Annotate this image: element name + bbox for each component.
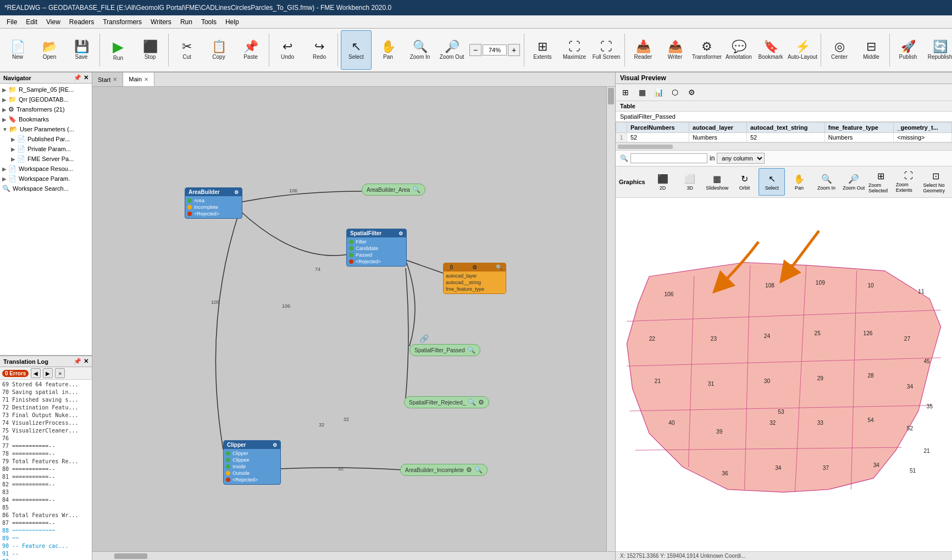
- redo-button[interactable]: ↪ Redo: [304, 30, 335, 70]
- vp-search-input[interactable]: [630, 153, 707, 163]
- republish-button[interactable]: 🔄 Republish: [925, 30, 952, 70]
- log-close[interactable]: ✕: [84, 358, 88, 365]
- zoom-minus[interactable]: −: [469, 44, 481, 56]
- copy-button[interactable]: 📋 Copy: [203, 30, 234, 70]
- center-button[interactable]: ◎ Center: [824, 30, 855, 70]
- menu-writers[interactable]: Writers: [146, 17, 176, 27]
- zoom-plus[interactable]: +: [508, 44, 520, 56]
- pan-button[interactable]: ✋ Pan: [373, 30, 403, 70]
- menu-readers[interactable]: Readers: [65, 17, 98, 27]
- nav-item-fme-server[interactable]: ▶ 📄 FME Server Pa...: [0, 154, 92, 164]
- log-next-btn[interactable]: ▶: [43, 368, 53, 378]
- vp-feature-mode[interactable]: ▦: [634, 85, 650, 99]
- save-button[interactable]: 💾 Save: [66, 30, 97, 70]
- log-prev-btn[interactable]: ◀: [31, 368, 41, 378]
- nav-item-ws-resource[interactable]: ▶ 📄 Workspace Resou...: [0, 164, 92, 174]
- nav-item-bookmarks[interactable]: ▶ 🔖 Bookmarks: [0, 114, 92, 124]
- nav-item-transformers[interactable]: ▶ ⚙ Transformers (21): [0, 104, 92, 114]
- feature-spatialfilter-passed[interactable]: SpatialFilter_Passed 🔍: [409, 344, 480, 356]
- select-button[interactable]: ↖ Select: [341, 30, 372, 70]
- gfx-2d-button[interactable]: ⬛ 2D: [650, 168, 676, 196]
- feature-areabuilder-incomplete[interactable]: AreaBuilder_Incomplete ⚙ 🔍: [400, 464, 488, 476]
- writer-button[interactable]: 📤 Writer: [660, 30, 690, 70]
- gfx-zoomout-button[interactable]: 🔎 Zoom Out: [840, 168, 867, 196]
- spatialfilter-node[interactable]: SpatialFilter ⚙ Filter Candidate Passed: [346, 229, 407, 267]
- feature-areabuilder-area[interactable]: AreaBuilder_Area 🔍: [362, 184, 425, 196]
- fullscreen-button[interactable]: ⛶ Full Screen: [591, 30, 622, 70]
- menu-view[interactable]: View: [42, 17, 65, 27]
- menu-tools[interactable]: Tools: [197, 17, 221, 27]
- extents-button[interactable]: ⊞ Extents: [527, 30, 558, 70]
- nav-item-ws-search[interactable]: 🔍 Workspace Search...: [0, 184, 92, 193]
- vp-options[interactable]: ⚙: [684, 85, 699, 99]
- autolayout-button[interactable]: ⚡ Auto-Layout: [787, 30, 818, 70]
- areabuilder-node[interactable]: AreaBuilder ⚙ Area Incomplete <Rejected>: [185, 187, 242, 219]
- spatialfilter-settings-icon[interactable]: ⚙: [398, 231, 403, 236]
- scrollbar-thumb-h[interactable]: [114, 553, 147, 559]
- open-button[interactable]: 📂 Open: [34, 30, 65, 70]
- transformer-button[interactable]: ⚙ Transformer: [691, 30, 722, 70]
- gfx-zoomin-button[interactable]: 🔍 Zoom In: [813, 168, 840, 196]
- gfx-3d-button[interactable]: ⬜ 3D: [677, 168, 703, 196]
- nav-item-user-params[interactable]: ▼ 📂 User Parameters (...: [0, 124, 92, 134]
- vp-geometry-mode[interactable]: ⬡: [667, 85, 683, 99]
- zoomout-button[interactable]: 🔎 Zoom Out: [436, 30, 467, 70]
- nav-item-r-sample[interactable]: ▶ 📁 R_Sample_05 [RE...: [0, 85, 92, 95]
- gfx-zoomextents-button[interactable]: ⛶ Zoom Extents: [895, 168, 922, 196]
- menu-run[interactable]: Run: [176, 17, 197, 27]
- tab-main-close[interactable]: ✕: [144, 76, 148, 82]
- run-button[interactable]: ▶ Run: [103, 30, 134, 70]
- publish-button[interactable]: 🚀 Publish: [893, 30, 923, 70]
- clipper-node[interactable]: Clipper ⚙ Clipper Clippee Inside: [223, 440, 281, 485]
- tab-main[interactable]: Main ✕: [123, 73, 154, 86]
- feature-settings-icon[interactable]: ⚙: [478, 398, 484, 406]
- vp-table-container[interactable]: ParcelNumbers autocad_layer autocad_text…: [616, 122, 952, 143]
- zoomin-button[interactable]: 🔍 Zoom In: [405, 30, 435, 70]
- navigator-pin[interactable]: 📌: [74, 74, 81, 81]
- writer-zoom-icon[interactable]: 🔍: [496, 264, 502, 270]
- new-button[interactable]: 📄 New: [2, 30, 33, 70]
- undo-button[interactable]: ↩ Undo: [272, 30, 303, 70]
- bookmark-button[interactable]: 🔖 Bookmark: [755, 30, 786, 70]
- middle-button[interactable]: ⊟ Middle: [856, 30, 887, 70]
- gfx-zoomselected-button[interactable]: ⊞ Zoom Selected: [868, 168, 894, 196]
- vp-col-autocad-text[interactable]: autocad_text_string: [746, 123, 824, 133]
- cut-button[interactable]: ✂ Cut: [171, 30, 202, 70]
- feature-zoom-icon[interactable]: 🔍: [467, 346, 475, 354]
- feature-zoom-icon[interactable]: ⚙: [466, 466, 472, 474]
- clipper-settings-icon[interactable]: ⚙: [273, 442, 277, 448]
- vp-table-scrollbar[interactable]: [616, 143, 952, 151]
- nav-item-private[interactable]: ▶ 📄 Private Param...: [0, 144, 92, 154]
- vp-col-geometry[interactable]: _geometry_t...: [894, 123, 952, 133]
- writer-node-0[interactable]: _0 ⚙ 🔍 autocad_layer autocad__string fme…: [443, 263, 506, 294]
- writer-settings-icon[interactable]: ⚙: [472, 264, 477, 270]
- zoom-input[interactable]: [483, 45, 507, 56]
- maximize-button[interactable]: ⛶ Maximize: [559, 30, 590, 70]
- tab-start[interactable]: Start ✕: [92, 73, 123, 86]
- areabuilder-settings-icon[interactable]: ⚙: [234, 190, 239, 195]
- canvas-scrollbar-bottom[interactable]: [92, 551, 615, 560]
- gfx-pan-button[interactable]: ✋ Pan: [786, 168, 812, 196]
- gfx-selectnogeom-button[interactable]: ⊡ Select No Geometry: [922, 168, 949, 196]
- feature-spatialfilter-rejected[interactable]: SpatialFilter_Rejected_ 🔍 ⚙: [404, 396, 489, 408]
- vp-col-fme-feature-type[interactable]: fme_feature_type: [824, 123, 894, 133]
- menu-file[interactable]: File: [2, 17, 21, 27]
- vp-column-select[interactable]: any column: [717, 153, 765, 164]
- vp-table-mode[interactable]: ⊞: [618, 85, 633, 99]
- nav-item-published[interactable]: ▶ 📄 Published Par...: [0, 134, 92, 144]
- log-more-btn[interactable]: »: [55, 368, 65, 378]
- scrollbar-thumb[interactable]: [618, 145, 673, 149]
- navigator-close[interactable]: ✕: [84, 74, 88, 81]
- vp-col-autocad-layer[interactable]: autocad_layer: [689, 123, 747, 133]
- table-row[interactable]: 1 52 Numbers 52 Numbers <missing>: [616, 133, 952, 142]
- reader-button[interactable]: 📥 Reader: [628, 30, 658, 70]
- nav-item-qrr[interactable]: ▶ 📁 Qrr [GEODATAB...: [0, 95, 92, 104]
- menu-help[interactable]: Help: [221, 17, 243, 27]
- vp-col-parcelnumbers[interactable]: ParcelNumbers: [627, 123, 689, 133]
- canvas-scrollbar-right[interactable]: [606, 87, 615, 551]
- vp-statistics-mode[interactable]: 📊: [651, 85, 666, 99]
- tab-start-close[interactable]: ✕: [113, 76, 117, 82]
- menu-transformers[interactable]: Transformers: [98, 17, 146, 27]
- menu-edit[interactable]: Edit: [21, 17, 42, 27]
- feature-zoom-icon[interactable]: 🔍: [468, 398, 476, 406]
